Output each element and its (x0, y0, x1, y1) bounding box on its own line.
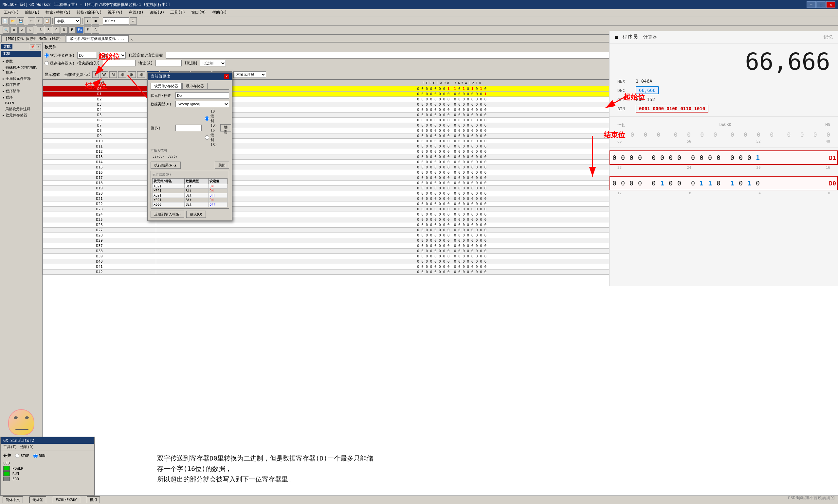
sim-stop-radio[interactable]: STOP (15, 454, 30, 458)
d0-b8[interactable]: 0 (676, 179, 682, 187)
sw-name-dropdown[interactable]: D0 (100, 52, 126, 58)
d1-b6[interactable]: 0 (699, 154, 704, 162)
io-select[interactable]: IO进制 (200, 60, 226, 66)
d1-b7[interactable]: 0 (690, 154, 696, 162)
tb2-5[interactable]: A (37, 26, 44, 34)
tb-copy[interactable]: ⎘ (36, 17, 43, 24)
d0-b4[interactable]: 0 (716, 179, 721, 187)
dialog-tab-buf[interactable]: 缓冲存储器 (182, 83, 208, 89)
d0-b10[interactable]: 1 (659, 179, 665, 187)
sidebar-sw-mem[interactable]: ▶软元件存储器 (1, 112, 41, 119)
menu-help[interactable]: 帮助(H) (209, 9, 230, 16)
dialog-tab-sw[interactable]: 软元件/存储器 (151, 83, 182, 89)
tab-close[interactable]: ✕ (130, 38, 133, 42)
tb-timer[interactable]: ⏱ (129, 17, 137, 24)
d0-b14[interactable]: 0 (620, 179, 626, 187)
menu-tools[interactable]: 工具(T) (168, 9, 188, 16)
d0-b12[interactable]: 0 (637, 179, 643, 187)
tb-open[interactable]: 📂 (9, 17, 16, 24)
sidebar-prog-settings[interactable]: ▶程序设置 (1, 82, 41, 88)
comment-select[interactable]: 不显示注释 (233, 71, 266, 78)
tb2-2[interactable]: ⚙ (11, 26, 18, 34)
d1-b0[interactable]: 1 (755, 154, 761, 162)
calc-menu-icon[interactable]: ≡ (615, 34, 618, 40)
calc-dec-value[interactable]: 66,666 (636, 86, 659, 94)
sim-run-radio[interactable]: RUN (33, 454, 46, 458)
sim-menu-tools[interactable]: 工具(T) (2, 444, 18, 450)
d1-b5[interactable]: 0 (707, 154, 713, 162)
d1-b14[interactable]: 0 (620, 154, 626, 162)
dlg-elem-input[interactable] (175, 92, 229, 99)
menu-view[interactable]: 视图(V) (105, 9, 125, 16)
sw-name-radio[interactable]: 软元件名称(N) (45, 53, 75, 58)
d1-b1[interactable]: 0 (746, 154, 752, 162)
fmt-qi1[interactable]: 器 (118, 71, 126, 78)
calc-oct-value[interactable]: 202 152 (636, 97, 655, 102)
address-input[interactable] (156, 60, 182, 66)
calc-bin-value[interactable]: 0001 0000 0100 0110 1010 (636, 105, 709, 112)
tb2-3[interactable]: ↩ (18, 26, 25, 34)
d0-b2[interactable]: 0 (738, 179, 744, 187)
tb2-12[interactable]: G (92, 26, 99, 34)
menu-edit[interactable]: 编辑(E) (22, 9, 42, 16)
sim-menu-options[interactable]: 选项(O) (19, 444, 35, 450)
sw-storage-radio[interactable]: 缓存储存器(G) (45, 61, 75, 66)
calc-hex-value[interactable]: 1 046A (636, 78, 652, 84)
tab-monitor[interactable]: 软元件/缓冲存储器批量监视-... (66, 35, 129, 42)
fmt-m[interactable]: M (109, 71, 117, 78)
tb2-1[interactable]: 🔍 (3, 26, 10, 34)
tb-stop[interactable]: ■ (92, 17, 99, 24)
dlg-ok-btn[interactable]: 确认(O) (186, 211, 206, 218)
d0-b1[interactable]: 1 (746, 179, 752, 187)
tab-prg[interactable]: [PRG]监视 执行中 MAIN (只表) (1, 35, 66, 42)
d0-b3[interactable]: 1 (729, 179, 735, 187)
d0-b5[interactable]: 1 (707, 179, 713, 187)
sidebar-special[interactable]: ▶特殊模块(智能功能模块) (1, 65, 41, 75)
fmt-w[interactable]: W (100, 71, 108, 78)
menu-search[interactable]: 搜索/替换(S) (43, 9, 73, 16)
time-input[interactable] (103, 17, 129, 24)
dlg-exec-btn[interactable]: 执行结果(R)▲ (151, 162, 181, 169)
menu-diag[interactable]: 诊断(D) (147, 9, 167, 16)
d1-b12[interactable]: 0 (637, 154, 643, 162)
sidebar-local[interactable]: 局部软元件注释 (1, 106, 41, 112)
d1-b9[interactable]: 0 (668, 154, 674, 162)
sidebar-main[interactable]: MAIN (1, 101, 41, 106)
menu-convert[interactable]: 转换/编译(C) (74, 9, 104, 16)
fmt-2[interactable]: 2 (92, 71, 99, 78)
module-input[interactable] (103, 60, 136, 66)
sidebar-prog-parts[interactable]: ▶程序部件 (1, 88, 41, 94)
d1-b3[interactable]: 0 (729, 154, 735, 162)
d1-b2[interactable]: 0 (738, 154, 744, 162)
d1-b13[interactable]: 0 (629, 154, 634, 162)
fmt-qi2[interactable]: 器 (128, 71, 136, 78)
d0-b13[interactable]: 0 (629, 179, 634, 187)
d1-b15[interactable]: 0 (611, 154, 617, 162)
dlg-hex-radio[interactable]: 16进制(X) (205, 128, 217, 146)
tb-save[interactable]: 💾 (17, 17, 24, 24)
dlg-value-input[interactable] (175, 125, 202, 131)
nav-close[interactable]: ✕ (36, 44, 41, 49)
d0-b6[interactable]: 1 (699, 179, 704, 187)
d0-b9[interactable]: 0 (668, 179, 674, 187)
tb-new[interactable]: 📄 (1, 17, 8, 24)
tb-paste[interactable]: 📋 (43, 17, 51, 24)
nav-pin[interactable]: 📌 (30, 44, 35, 49)
d0-b15[interactable]: 0 (611, 179, 617, 187)
d1-b8[interactable]: 0 (676, 154, 682, 162)
dlg-map-btn[interactable]: 反映到输入框(E) (151, 211, 184, 218)
close-button[interactable]: ✕ (826, 1, 835, 8)
toolbar-dropdown[interactable]: 参数 (54, 17, 81, 24)
sidebar-prog[interactable]: ▼程序 (1, 94, 41, 101)
d0-b11[interactable]: 0 (651, 179, 657, 187)
dlg-type-select[interactable]: Word[Signed] (175, 101, 229, 107)
tb2-6[interactable]: B (45, 26, 52, 34)
dlg-dec-radio[interactable]: 10进制(D) (205, 109, 217, 128)
calc-bit-toggle[interactable]: ⋯ (617, 121, 621, 128)
dialog-close-btn[interactable]: ✕ (224, 74, 229, 79)
d0-b7[interactable]: 0 (690, 179, 696, 187)
tb2-7[interactable]: C (53, 26, 60, 34)
tb2-9[interactable]: E (68, 26, 76, 34)
sw-storage-radio-input[interactable] (45, 61, 49, 66)
menu-window[interactable]: 窗口(W) (189, 9, 209, 16)
